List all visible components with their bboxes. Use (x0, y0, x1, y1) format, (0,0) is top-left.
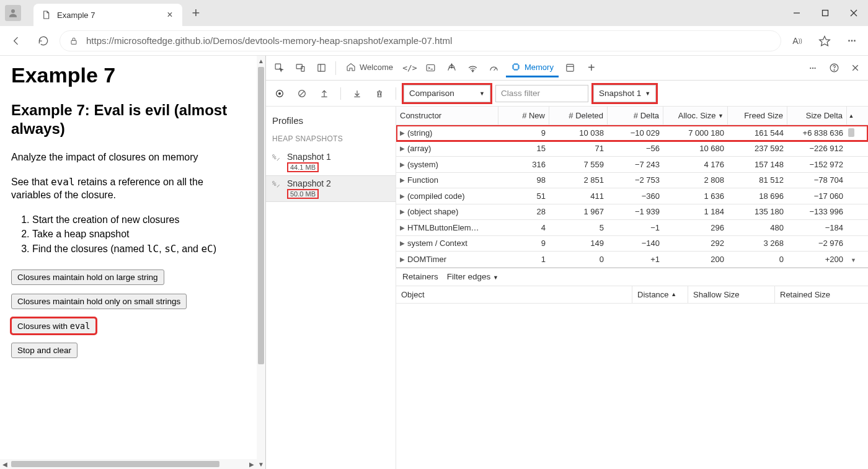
minimize-button[interactable] (782, 0, 811, 26)
devtools-close-icon[interactable] (846, 59, 864, 77)
table-row[interactable]: ▶DOMTimer 1 0 +1 200 0 +200 ▼ (396, 252, 868, 268)
maximize-button[interactable] (811, 0, 839, 26)
clear-button[interactable] (293, 85, 311, 102)
profile-avatar[interactable] (5, 5, 21, 21)
closures-small-strings-button[interactable]: Closures maintain hold only on small str… (11, 294, 187, 309)
dock-icon[interactable] (312, 59, 330, 77)
expand-icon[interactable]: ▶ (400, 161, 405, 168)
application-tab-icon[interactable] (561, 59, 580, 77)
record-button[interactable] (271, 85, 288, 102)
col-deleted[interactable]: # Deleted (549, 107, 608, 125)
back-button[interactable] (5, 30, 27, 52)
console-tab-icon[interactable] (422, 59, 440, 77)
sources-tab-icon[interactable] (443, 59, 461, 77)
col-retained-size[interactable]: Retained Size (775, 286, 868, 303)
favorite-button[interactable] (813, 30, 836, 52)
class-filter-input[interactable] (495, 85, 588, 102)
close-window-button[interactable] (839, 0, 868, 26)
constructor-name: (object shape) (407, 207, 458, 216)
page-h2: Example 7: Eval is evil (almost always) (11, 101, 242, 138)
device-emulation-icon[interactable] (291, 59, 309, 77)
tab-memory[interactable]: Memory (506, 59, 559, 77)
baseline-select[interactable]: Snapshot 1 ▼ (593, 85, 656, 102)
closures-with-eval-button[interactable]: Closures with eval (11, 318, 96, 334)
lock-icon (69, 36, 79, 46)
url-box[interactable]: https://microsoftedge.github.io/Demos/de… (60, 30, 781, 51)
performance-tab-icon[interactable] (485, 59, 503, 77)
col-new[interactable]: # New (498, 107, 549, 125)
snapshot-item[interactable]: %⸝ Snapshot 1 44.1 MB (266, 149, 396, 175)
table-row[interactable]: ▶(object shape) 28 1 967 −1 939 1 184 13… (396, 204, 868, 221)
expand-icon[interactable]: ▶ (400, 256, 405, 263)
table-row[interactable]: ▶(string) 9 10 038 −10 029 7 000 180 161… (396, 125, 868, 141)
filter-edges-select[interactable]: Filter edges ▼ (447, 272, 498, 281)
svg-rect-44 (378, 92, 381, 97)
col-delta[interactable]: # Delta (608, 107, 663, 125)
expand-icon[interactable]: ▶ (400, 208, 405, 215)
cell-delta: −1 (608, 223, 663, 232)
cell-new: 1 (498, 255, 549, 264)
table-row[interactable]: ▶(compiled code) 51 411 −360 1 636 18 69… (396, 188, 868, 204)
table-row[interactable]: ▶(array) 15 71 −56 10 680 237 592 −226 9… (396, 141, 868, 157)
expand-icon[interactable]: ▶ (400, 193, 405, 199)
add-tab-icon[interactable]: + (582, 59, 601, 77)
closures-large-string-button[interactable]: Closures maintain hold on large string (11, 270, 164, 285)
snapshot-icon: %⸝ (272, 178, 283, 188)
browser-tab[interactable]: Example 7 × (33, 4, 182, 26)
url-text: https://microsoftedge.github.io/Demos/de… (86, 35, 452, 46)
cell-alloc: 2 808 (663, 175, 728, 185)
more-button[interactable]: ··· (841, 30, 863, 52)
stop-and-clear-button[interactable]: Stop and clear (11, 343, 78, 358)
snapshot-name: Snapshot 2 (287, 178, 331, 188)
inspect-icon[interactable] (270, 59, 288, 77)
view-mode-select[interactable]: Comparison ▼ (404, 85, 490, 102)
read-aloud-button[interactable]: A)) (786, 30, 808, 52)
table-row[interactable]: ▶system / Context 9 149 −140 292 3 268 −… (396, 236, 868, 252)
snapshot-item[interactable]: %⸝ Snapshot 2 50.0 MB (266, 175, 396, 202)
refresh-button[interactable] (32, 30, 55, 52)
sort-asc-icon[interactable]: ▲ (847, 107, 856, 125)
scroll-down-icon[interactable]: ▼ (851, 257, 856, 263)
elements-tab-icon[interactable]: </> (401, 59, 419, 77)
table-row[interactable]: ▶(system) 316 7 559 −7 243 4 176 157 148… (396, 157, 868, 173)
import-button[interactable] (348, 85, 366, 102)
vertical-scrollbar[interactable]: ▲ ▼ (257, 56, 265, 469)
network-tab-icon[interactable] (464, 59, 482, 77)
cell-delta: −2 753 (608, 175, 663, 185)
expand-icon[interactable]: ▶ (400, 145, 405, 152)
col-object[interactable]: Object (396, 286, 632, 303)
horizontal-scrollbar[interactable]: ◀▶ (0, 459, 257, 469)
cell-new: 316 (498, 160, 549, 169)
gc-button[interactable] (371, 85, 388, 102)
profiles-heading: Profiles (266, 115, 396, 134)
cell-alloc: 10 680 (663, 144, 728, 153)
col-constructor[interactable]: Constructor (396, 107, 498, 125)
col-shallow-size[interactable]: Shallow Size (688, 286, 775, 303)
constructor-name: (system) (407, 160, 438, 169)
browser-tab-title: Example 7 (57, 11, 159, 20)
tab-close-icon[interactable]: × (165, 10, 175, 20)
table-row[interactable]: ▶HTMLButtonElem… 4 5 −1 296 480 −184 (396, 220, 868, 236)
expand-icon[interactable]: ▶ (400, 177, 405, 183)
retainers-label: Retainers (402, 272, 438, 281)
cell-delta: +1 (608, 255, 663, 264)
cell-sdelta: −133 996 (787, 207, 847, 216)
expand-icon[interactable]: ▶ (400, 129, 405, 136)
scrollbar-thumb[interactable] (848, 128, 854, 137)
help-icon[interactable] (825, 59, 843, 77)
cell-freed: 157 148 (728, 160, 787, 169)
tab-welcome[interactable]: Welcome (341, 59, 398, 77)
page-h1: Example 7 (11, 63, 242, 87)
col-size-delta[interactable]: Size Delta (787, 107, 847, 125)
col-freed-size[interactable]: Freed Size (728, 107, 787, 125)
export-button[interactable] (316, 85, 333, 102)
devtools-more-icon[interactable]: ··· (804, 59, 822, 77)
expand-icon[interactable]: ▶ (400, 240, 405, 247)
table-row[interactable]: ▶Function 98 2 851 −2 753 2 808 81 512 −… (396, 173, 868, 189)
cell-deleted: 411 (549, 191, 608, 201)
expand-icon[interactable]: ▶ (400, 224, 405, 231)
cell-alloc: 296 (663, 223, 728, 232)
col-distance[interactable]: Distance ▲ (632, 286, 688, 303)
col-alloc-size[interactable]: Alloc. Size ▼ (663, 107, 728, 125)
new-tab-button[interactable]: + (186, 3, 206, 23)
